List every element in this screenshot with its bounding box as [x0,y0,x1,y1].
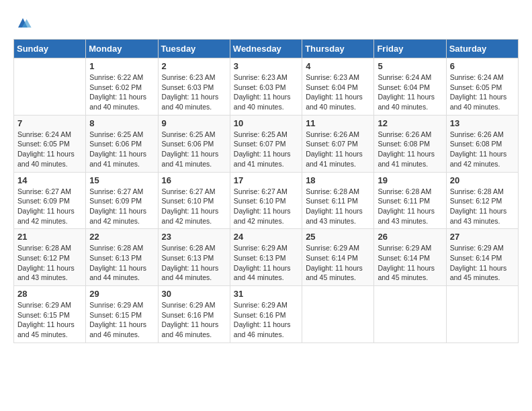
day-info: Sunrise: 6:27 AM Sunset: 6:09 PM Dayligh… [17,187,82,226]
header-cell-monday: Monday [86,40,158,58]
day-info: Sunrise: 6:26 AM Sunset: 6:07 PM Dayligh… [306,130,370,169]
calendar-cell: 31Sunrise: 6:29 AM Sunset: 6:16 PM Dayli… [230,286,302,343]
day-number: 12 [378,118,442,128]
page-header [13,13,519,32]
calendar-cell: 2Sunrise: 6:23 AM Sunset: 6:03 PM Daylig… [158,58,230,116]
day-number: 17 [234,175,298,185]
calendar-cell: 3Sunrise: 6:23 AM Sunset: 6:03 PM Daylig… [230,58,302,116]
week-row-1: 7Sunrise: 6:24 AM Sunset: 6:05 PM Daylig… [14,115,519,172]
day-info: Sunrise: 6:27 AM Sunset: 6:09 PM Dayligh… [89,187,154,226]
day-number: 21 [17,232,82,242]
day-number: 26 [378,232,442,242]
day-number: 28 [17,289,82,299]
day-number: 3 [234,61,298,71]
header-cell-friday: Friday [374,40,446,58]
day-info: Sunrise: 6:29 AM Sunset: 6:14 PM Dayligh… [450,243,515,283]
day-number: 20 [450,175,515,185]
week-row-2: 14Sunrise: 6:27 AM Sunset: 6:09 PM Dayli… [14,172,519,229]
day-info: Sunrise: 6:25 AM Sunset: 6:06 PM Dayligh… [162,130,226,169]
calendar-cell: 19Sunrise: 6:28 AM Sunset: 6:11 PM Dayli… [374,172,446,229]
header-cell-wednesday: Wednesday [230,40,302,58]
day-number: 2 [162,61,226,71]
day-number: 4 [306,61,370,71]
calendar-cell: 24Sunrise: 6:29 AM Sunset: 6:13 PM Dayli… [230,229,302,286]
calendar-cell: 13Sunrise: 6:26 AM Sunset: 6:08 PM Dayli… [446,115,518,172]
calendar-cell: 12Sunrise: 6:26 AM Sunset: 6:08 PM Dayli… [374,115,446,172]
header-cell-thursday: Thursday [302,40,374,58]
day-info: Sunrise: 6:24 AM Sunset: 6:05 PM Dayligh… [17,130,82,169]
day-info: Sunrise: 6:29 AM Sunset: 6:14 PM Dayligh… [378,243,442,283]
day-number: 18 [306,175,370,185]
day-info: Sunrise: 6:23 AM Sunset: 6:04 PM Dayligh… [306,73,370,112]
header-cell-saturday: Saturday [446,40,518,58]
day-info: Sunrise: 6:29 AM Sunset: 6:15 PM Dayligh… [89,300,154,340]
day-info: Sunrise: 6:27 AM Sunset: 6:10 PM Dayligh… [162,187,226,226]
calendar-cell: 8Sunrise: 6:25 AM Sunset: 6:06 PM Daylig… [86,115,158,172]
calendar-cell: 6Sunrise: 6:24 AM Sunset: 6:05 PM Daylig… [446,58,518,116]
calendar-cell: 17Sunrise: 6:27 AM Sunset: 6:10 PM Dayli… [230,172,302,229]
header-row: SundayMondayTuesdayWednesdayThursdayFrid… [14,40,519,58]
calendar-cell: 11Sunrise: 6:26 AM Sunset: 6:07 PM Dayli… [302,115,374,172]
calendar-cell: 15Sunrise: 6:27 AM Sunset: 6:09 PM Dayli… [86,172,158,229]
day-number: 14 [17,175,82,185]
calendar-cell: 16Sunrise: 6:27 AM Sunset: 6:10 PM Dayli… [158,172,230,229]
day-number: 16 [162,175,226,185]
day-info: Sunrise: 6:23 AM Sunset: 6:03 PM Dayligh… [234,73,298,112]
day-info: Sunrise: 6:28 AM Sunset: 6:13 PM Dayligh… [89,243,154,283]
calendar-cell: 25Sunrise: 6:29 AM Sunset: 6:14 PM Dayli… [302,229,374,286]
day-number: 10 [234,118,298,128]
day-number: 5 [378,61,442,71]
day-info: Sunrise: 6:27 AM Sunset: 6:10 PM Dayligh… [234,187,298,226]
calendar-header: SundayMondayTuesdayWednesdayThursdayFrid… [14,40,519,58]
calendar-cell: 22Sunrise: 6:28 AM Sunset: 6:13 PM Dayli… [86,229,158,286]
calendar-cell [374,286,446,343]
calendar-cell: 23Sunrise: 6:28 AM Sunset: 6:13 PM Dayli… [158,229,230,286]
day-info: Sunrise: 6:24 AM Sunset: 6:05 PM Dayligh… [450,73,515,112]
day-number: 25 [306,232,370,242]
day-info: Sunrise: 6:29 AM Sunset: 6:16 PM Dayligh… [162,300,226,340]
calendar-cell: 4Sunrise: 6:23 AM Sunset: 6:04 PM Daylig… [302,58,374,116]
day-number: 9 [162,118,226,128]
header-cell-sunday: Sunday [14,40,86,58]
day-number: 24 [234,232,298,242]
day-number: 6 [450,61,515,71]
header-cell-tuesday: Tuesday [158,40,230,58]
week-row-3: 21Sunrise: 6:28 AM Sunset: 6:12 PM Dayli… [14,229,519,286]
calendar-cell: 30Sunrise: 6:29 AM Sunset: 6:16 PM Dayli… [158,286,230,343]
day-number: 15 [89,175,154,185]
day-info: Sunrise: 6:28 AM Sunset: 6:13 PM Dayligh… [162,243,226,283]
calendar-cell: 7Sunrise: 6:24 AM Sunset: 6:05 PM Daylig… [14,115,86,172]
day-number: 13 [450,118,515,128]
logo-icon [13,13,32,32]
calendar-cell [446,286,518,343]
calendar-cell: 1Sunrise: 6:22 AM Sunset: 6:02 PM Daylig… [86,58,158,116]
day-number: 8 [89,118,154,128]
day-number: 29 [89,289,154,299]
day-info: Sunrise: 6:25 AM Sunset: 6:07 PM Dayligh… [234,130,298,169]
day-info: Sunrise: 6:24 AM Sunset: 6:04 PM Dayligh… [378,73,442,112]
day-info: Sunrise: 6:23 AM Sunset: 6:03 PM Dayligh… [162,73,226,112]
calendar-cell: 26Sunrise: 6:29 AM Sunset: 6:14 PM Dayli… [374,229,446,286]
day-info: Sunrise: 6:22 AM Sunset: 6:02 PM Dayligh… [89,73,154,112]
day-info: Sunrise: 6:28 AM Sunset: 6:11 PM Dayligh… [306,187,370,226]
logo [13,13,35,32]
day-number: 11 [306,118,370,128]
day-number: 22 [89,232,154,242]
day-number: 31 [234,289,298,299]
week-row-0: 1Sunrise: 6:22 AM Sunset: 6:02 PM Daylig… [14,58,519,116]
calendar-cell: 27Sunrise: 6:29 AM Sunset: 6:14 PM Dayli… [446,229,518,286]
calendar-table: SundayMondayTuesdayWednesdayThursdayFrid… [13,39,519,343]
day-number: 23 [162,232,226,242]
calendar-cell: 21Sunrise: 6:28 AM Sunset: 6:12 PM Dayli… [14,229,86,286]
calendar-cell: 5Sunrise: 6:24 AM Sunset: 6:04 PM Daylig… [374,58,446,116]
day-number: 19 [378,175,442,185]
day-info: Sunrise: 6:29 AM Sunset: 6:15 PM Dayligh… [17,300,82,340]
calendar-cell: 29Sunrise: 6:29 AM Sunset: 6:15 PM Dayli… [86,286,158,343]
calendar-cell [302,286,374,343]
week-row-4: 28Sunrise: 6:29 AM Sunset: 6:15 PM Dayli… [14,286,519,343]
day-number: 30 [162,289,226,299]
calendar-cell: 14Sunrise: 6:27 AM Sunset: 6:09 PM Dayli… [14,172,86,229]
calendar-cell [14,58,86,116]
day-info: Sunrise: 6:28 AM Sunset: 6:12 PM Dayligh… [450,187,515,226]
calendar-cell: 18Sunrise: 6:28 AM Sunset: 6:11 PM Dayli… [302,172,374,229]
